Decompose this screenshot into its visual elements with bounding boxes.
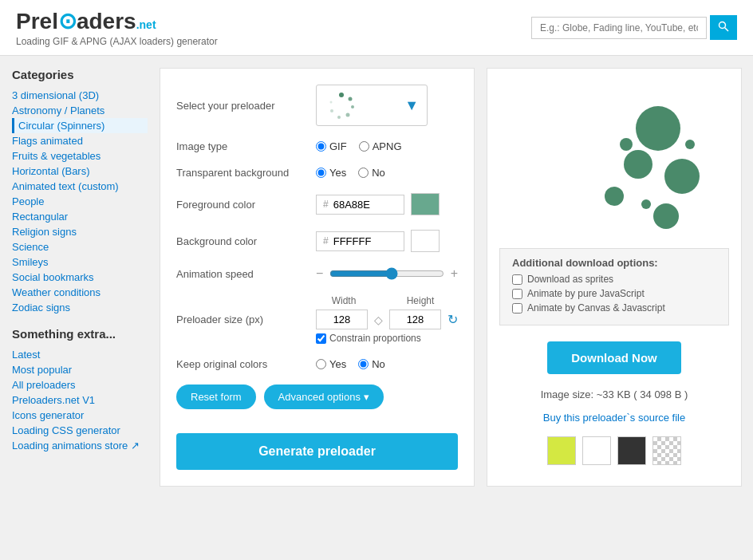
gif-radio-label[interactable]: GIF <box>316 140 347 152</box>
image-type-control: GIF APNG <box>316 140 458 152</box>
svg-point-3 <box>349 97 353 101</box>
apng-radio[interactable] <box>359 141 369 152</box>
bg-hash: # <box>323 235 329 246</box>
apng-radio-label[interactable]: APNG <box>359 140 402 152</box>
gif-radio[interactable] <box>316 141 326 152</box>
sidebar-item-flags[interactable]: Flags animated <box>12 133 148 148</box>
background-color-row: Background color # <box>176 230 458 252</box>
sidebar-item-astronomy[interactable]: Astronomy / Planets <box>12 103 148 118</box>
sidebar-item-weather[interactable]: Weather conditions <box>12 285 148 300</box>
preview-canvas <box>511 81 718 240</box>
animation-speed-row: Animation speed − + <box>176 266 458 281</box>
search-input[interactable] <box>531 17 707 39</box>
generate-button[interactable]: Generate preloader <box>176 433 458 470</box>
sidebar-item-science[interactable]: Science <box>12 239 148 254</box>
js-checkbox[interactable] <box>512 289 522 299</box>
reset-button[interactable]: Reset form <box>176 385 256 409</box>
transparent-yes-label[interactable]: Yes <box>316 167 346 179</box>
sidebar-item-icons-gen[interactable]: Icons generator <box>12 408 148 423</box>
size-divider-icon: ◇ <box>374 314 383 326</box>
keep-no-label[interactable]: No <box>358 358 385 370</box>
sidebar-item-v1[interactable]: Preloaders.net V1 <box>12 392 148 408</box>
gif-label: GIF <box>329 140 347 152</box>
height-input[interactable] <box>389 310 441 329</box>
sidebar-item-religion[interactable]: Religion signs <box>12 224 148 239</box>
buy-link[interactable]: Buy this preloader`s source file <box>543 412 685 424</box>
width-header: Width <box>316 295 372 306</box>
sidebar-item-all-preloaders[interactable]: All preloaders <box>12 377 148 392</box>
sidebar-item-animated-text[interactable]: Animated text (custom) <box>12 179 148 194</box>
sprites-label: Download as sprites <box>527 274 613 285</box>
foreground-color-label: Foreground color <box>176 199 316 211</box>
bg-yellow-option[interactable] <box>547 436 576 465</box>
speed-plus-icon[interactable]: + <box>451 266 458 281</box>
search-icon <box>718 21 729 32</box>
constrain-check-row: Constrain proportions <box>316 333 458 344</box>
svg-point-0 <box>719 22 726 29</box>
constrain-checkbox[interactable] <box>316 333 326 344</box>
animation-speed-control: − + <box>316 266 458 281</box>
sidebar-item-rectangular[interactable]: Rectangular <box>12 209 148 224</box>
bg-black-option[interactable] <box>617 436 646 465</box>
keep-yes-radio[interactable] <box>316 359 326 369</box>
canvas-label: Animate by Canvas & Javascript <box>527 302 665 314</box>
refresh-icon[interactable]: ↻ <box>447 312 458 327</box>
svg-line-1 <box>725 28 729 32</box>
sidebar-item-fruits[interactable]: Fruits & vegetables <box>12 148 148 164</box>
download-options-heading: Additional download options: <box>512 257 716 269</box>
bg-white-option[interactable] <box>582 436 611 465</box>
sidebar-item-css-gen[interactable]: Loading CSS generator <box>12 423 148 438</box>
search-button[interactable] <box>710 15 737 40</box>
canvas-checkbox[interactable] <box>512 303 522 314</box>
foreground-color-text[interactable] <box>333 199 397 211</box>
js-label: Animate by pure JavaScript <box>527 288 645 299</box>
sidebar-item-smileys[interactable]: Smileys <box>12 254 148 270</box>
sidebar-item-store[interactable]: Loading animations store ↗ <box>12 438 148 453</box>
transparent-bg-label: Transparent background <box>176 167 316 179</box>
select-preloader-label: Select your preloader <box>176 100 316 112</box>
foreground-color-swatch[interactable] <box>411 193 440 215</box>
preloader-select-box[interactable]: ▼ <box>316 85 428 126</box>
select-preloader-control: ▼ <box>316 85 458 126</box>
sidebar-item-social[interactable]: Social bookmarks <box>12 270 148 285</box>
animation-speed-label: Animation speed <box>176 268 316 280</box>
logo-dot: ⊙ <box>58 9 77 34</box>
background-color-text[interactable] <box>333 235 397 247</box>
sidebar-item-people[interactable]: People <box>12 194 148 209</box>
preloader-preview-dots <box>325 89 357 121</box>
image-type-label: Image type <box>176 140 316 152</box>
sidebar-item-latest[interactable]: Latest <box>12 347 148 362</box>
speed-minus-icon[interactable]: − <box>316 266 323 281</box>
action-buttons-row: Reset form Advanced options ▾ <box>176 385 458 409</box>
keep-no-radio[interactable] <box>358 359 369 369</box>
keep-colors-label: Keep original colors <box>176 358 316 370</box>
svg-point-11 <box>664 159 700 194</box>
download-button[interactable]: Download Now <box>547 341 681 374</box>
keep-yes-label[interactable]: Yes <box>316 358 346 370</box>
apng-label: APNG <box>373 140 402 152</box>
sidebar-item-horizontal[interactable]: Horizontal (Bars) <box>12 164 148 179</box>
svg-point-13 <box>653 203 679 229</box>
speed-slider[interactable] <box>329 267 444 280</box>
keep-colors-row: Keep original colors Yes No <box>176 358 458 370</box>
svg-point-15 <box>685 140 695 149</box>
advanced-button[interactable]: Advanced options ▾ <box>264 385 384 409</box>
background-color-swatch[interactable] <box>411 230 440 252</box>
background-color-label: Background color <box>176 235 316 247</box>
sidebar-item-most-popular[interactable]: Most popular <box>12 362 148 377</box>
sidebar-item-3d[interactable]: 3 dimensional (3D) <box>12 88 148 103</box>
sprites-checkbox[interactable] <box>512 274 522 285</box>
svg-point-10 <box>624 150 652 179</box>
transparent-no-label[interactable]: No <box>358 167 385 179</box>
transparent-no-radio[interactable] <box>358 168 369 178</box>
transparent-bg-control: Yes No <box>316 167 458 179</box>
svg-point-14 <box>620 138 633 151</box>
bg-checker-option[interactable] <box>652 436 681 465</box>
transparent-yes-radio[interactable] <box>316 168 326 178</box>
keep-colors-control: Yes No <box>316 358 458 370</box>
sidebar-item-circular[interactable]: Circular (Spinners) <box>12 118 148 133</box>
width-input[interactable] <box>316 310 368 329</box>
background-color-input-group: # <box>316 231 404 251</box>
sidebar-item-zodiac[interactable]: Zodiac signs <box>12 300 148 315</box>
constrain-label: Constrain proportions <box>329 333 421 344</box>
